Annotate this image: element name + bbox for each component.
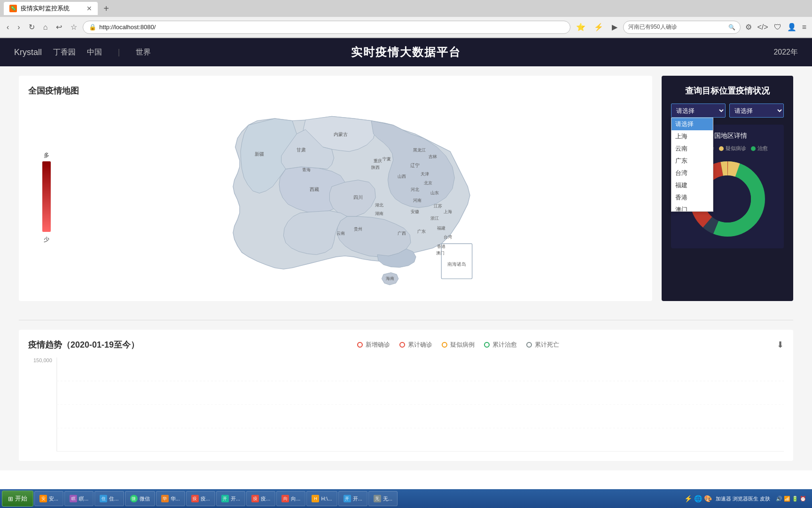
suspected-trend-label: 疑似病例 (450, 341, 475, 349)
trend-legend-new-confirmed: 新增确诊 (357, 341, 390, 349)
taskbar-item-7[interactable]: 开 开... (216, 491, 245, 506)
account-icon[interactable]: 👤 (785, 21, 798, 33)
svg-text:上海: 上海 (444, 209, 452, 214)
nav-item-dingxiangyuan[interactable]: 丁香园 (53, 48, 76, 57)
svg-text:香港: 香港 (437, 244, 445, 249)
city-select[interactable]: 请选择 (729, 103, 784, 118)
dropdown-item-macau[interactable]: 澳门 (671, 204, 713, 212)
map-title: 全国疫情地图 (28, 85, 643, 96)
taskbar-item-wechat[interactable]: 微 微信 (125, 491, 155, 506)
tray-icon-browser[interactable]: 🌐 (694, 495, 702, 502)
start-button[interactable]: ⊞ 开始 (2, 491, 33, 507)
svg-text:安徽: 安徽 (411, 209, 419, 214)
svg-text:内蒙古: 内蒙古 (334, 132, 348, 137)
taskbar-item-1[interactable]: 安 安... (34, 491, 63, 506)
header-title: 实时疫情大数据平台 (351, 45, 461, 60)
tab-favicon: 🦠 (9, 5, 17, 12)
svg-text:湖南: 湖南 (375, 211, 383, 216)
system-tray-icons[interactable]: 🔊 📶 🔋 ⏰ (776, 496, 806, 502)
taskbar-label-3: 住... (109, 495, 118, 502)
taskbar-icon-10: 开 (344, 495, 351, 502)
tab-close-button[interactable]: ✕ (86, 5, 92, 12)
lightning-button[interactable]: ⚡ (591, 21, 606, 33)
total-confirmed-label: 累计确诊 (408, 341, 432, 349)
y-axis-label: 150,000 (33, 357, 52, 363)
dropdown-item-hongkong[interactable]: 香港 (671, 191, 713, 204)
taskbar-item-10[interactable]: 开 开... (338, 491, 367, 506)
search-go-button[interactable]: ⭐ (573, 21, 588, 33)
svg-text:台湾: 台湾 (444, 235, 452, 239)
suspected-trend-dot (442, 342, 447, 348)
svg-text:宁夏: 宁夏 (383, 157, 391, 161)
header-brand[interactable]: Krystall (14, 48, 42, 57)
panel-selects: 请选择 上海云南广东台湾 福建香港澳门四川 陕西海南浙江北京 江苏天津山西湖北 … (671, 103, 784, 118)
taskbar-label-6: 疫... (201, 495, 210, 502)
dropdown-item-yunnan[interactable]: 云南 (671, 143, 713, 155)
taskbar-item-8[interactable]: 疫 疫... (246, 491, 275, 506)
taskbar-icon-wechat: 微 (130, 495, 138, 502)
taskbar-label-7: 开... (231, 495, 240, 502)
search-icon[interactable]: 🔍 (728, 24, 735, 31)
download-button[interactable]: ⬇ (777, 340, 784, 350)
taskbar-item-2[interactable]: 瞑 瞑... (64, 491, 94, 506)
undo-button[interactable]: ↩ (53, 21, 65, 33)
svg-text:四川: 四川 (353, 195, 363, 200)
map-container: 全国疫情地图 多 少 (19, 76, 652, 301)
province-select[interactable]: 请选择 上海云南广东台湾 福建香港澳门四川 陕西海南浙江北京 江苏天津山西湖北 … (671, 103, 726, 118)
suspected-label: 疑似病诊 (726, 145, 746, 152)
dropdown-item-default[interactable]: 请选择 (671, 118, 713, 130)
svg-text:西藏: 西藏 (310, 187, 319, 192)
trend-legend-death: 累计死亡 (526, 341, 559, 349)
taskbar-label-1: 安... (49, 495, 58, 502)
taskbar-icon-7: 开 (221, 495, 229, 502)
url-bar[interactable]: 🔒 http://localhost:8080/ (83, 21, 570, 34)
death-trend-label: 累计死亡 (535, 341, 559, 349)
svg-text:辽宁: 辽宁 (410, 163, 420, 168)
shields-icon[interactable]: 🛡 (772, 21, 783, 33)
cured-label: 治愈 (757, 145, 768, 152)
dropdown-item-taiwan[interactable]: 台湾 (671, 167, 713, 179)
back-button[interactable]: ‹ (4, 21, 12, 33)
dropdown-item-guangdong[interactable]: 广东 (671, 155, 713, 167)
play-button[interactable]: ▶ (609, 21, 620, 33)
tray-icon-accelerator[interactable]: ⚡ (684, 495, 692, 502)
tab-title: 疫情实时监控系统 (21, 4, 70, 13)
taskbar-item-6[interactable]: 疫 疫... (186, 491, 215, 506)
taskbar-item-5[interactable]: 华 华... (156, 491, 185, 506)
header-nav: Krystall 丁香园 中国 ｜ 世界 (14, 48, 151, 57)
nav-item-world[interactable]: 世界 (136, 48, 151, 57)
taskbar-icon-file: H (312, 495, 319, 502)
trend-chart: 150,000 (56, 357, 784, 452)
svg-text:广东: 广东 (417, 229, 426, 234)
suspected-dot (719, 146, 724, 151)
dropdown-item-fujian[interactable]: 福建 (671, 179, 713, 191)
dropdown-overlay[interactable]: 请选择 上海 云南 广东 台湾 福建 香港 澳门 四川 陕西 海南 浙江 北京 … (671, 118, 713, 212)
svg-text:青海: 青海 (302, 167, 311, 172)
svg-text:山东: 山东 (430, 190, 439, 195)
forward-button[interactable]: › (15, 21, 23, 33)
home-button[interactable]: ⌂ (40, 21, 51, 33)
refresh-button[interactable]: ↻ (26, 21, 38, 33)
nav-item-china[interactable]: 中国 (87, 48, 102, 57)
taskbar-item-11[interactable]: 无 无... (368, 491, 398, 506)
bookmark-button[interactable]: ☆ (68, 21, 80, 33)
devtools-icon[interactable]: </> (756, 21, 770, 33)
tray-labels: 加速器 浏览器医生 皮肤 (716, 495, 770, 502)
taskbar-item-file[interactable]: H H:\... (306, 491, 337, 506)
china-map[interactable]: 南海诸岛 新疆 西藏 内蒙古 甘肃 青海 四川 辽宁 天津 黑龙江 吉林 宁夏 (47, 103, 643, 292)
svg-text:重庆: 重庆 (374, 159, 382, 163)
active-tab[interactable]: 🦠 疫情实时监控系统 ✕ (4, 2, 98, 15)
dropdown-item-shanghai[interactable]: 上海 (671, 130, 713, 143)
trend-legend-suspected: 疑似病例 (442, 341, 475, 349)
menu-icon[interactable]: ≡ (800, 21, 808, 33)
svg-text:天津: 天津 (421, 172, 429, 176)
taskbar-item-3[interactable]: 住 住... (94, 491, 124, 506)
search-bar[interactable]: 河南已有950人确诊 🔍 (623, 21, 741, 34)
svg-text:吉林: 吉林 (429, 154, 437, 159)
extensions-icon[interactable]: ⚙ (743, 21, 754, 33)
taskbar-item-9[interactable]: 向 向... (276, 491, 305, 506)
svg-text:南海诸岛: 南海诸岛 (447, 262, 466, 267)
new-tab-button[interactable]: + (100, 2, 113, 15)
legend-item-cured: 治愈 (751, 145, 768, 152)
tray-icon-skin[interactable]: 🎨 (704, 495, 712, 502)
